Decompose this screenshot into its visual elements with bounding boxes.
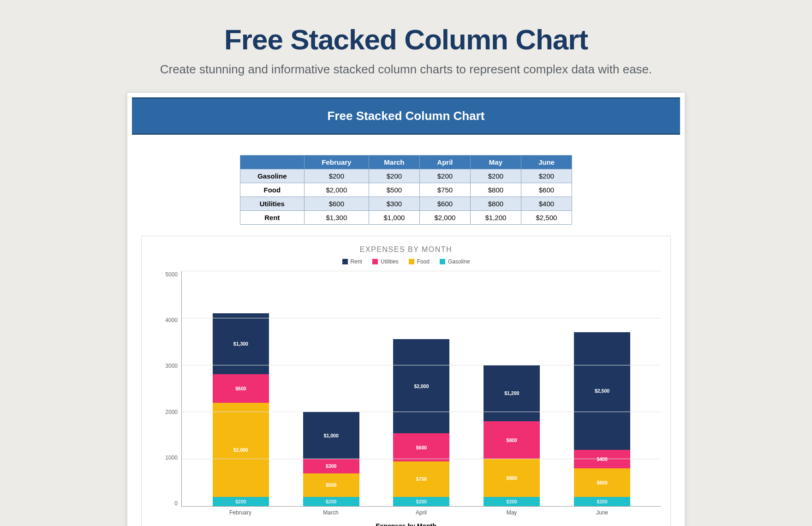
gridline <box>182 318 661 318</box>
bar-segment-utilities: $800 <box>484 421 540 459</box>
gridline <box>182 365 661 365</box>
xtick: February <box>212 509 269 516</box>
legend-swatch <box>409 259 414 264</box>
chart-plot: 500040003000200010000 $200$2,000$600$1,3… <box>151 271 661 507</box>
table-row-header: Utilities <box>240 197 304 211</box>
bar-segment-food: $750 <box>393 461 449 497</box>
legend-item: Rent <box>342 258 362 265</box>
table-cell: $800 <box>470 197 521 211</box>
table-cell: $200 <box>304 169 369 183</box>
gridline <box>182 459 661 459</box>
table-cell: $600 <box>304 197 369 211</box>
ytick: 1000 <box>165 454 178 461</box>
gridline <box>182 412 661 412</box>
ytick: 2000 <box>165 409 178 415</box>
table-row-header: Food <box>240 183 304 197</box>
table-cell: $200 <box>470 169 521 183</box>
bar-segment-gasoline: $200 <box>393 497 449 506</box>
xtick: April <box>393 509 449 516</box>
bar-segment-food: $800 <box>484 459 540 497</box>
table-cell: $300 <box>369 197 419 211</box>
gridline <box>182 271 661 271</box>
table-cell: $2,500 <box>521 211 572 225</box>
table-corner <box>240 155 304 169</box>
bar-segment-food: $500 <box>303 473 359 497</box>
bar-segment-rent: $2,000 <box>393 339 449 433</box>
bar-segment-utilities: $600 <box>393 433 449 461</box>
hero-subtitle: Create stunning and informative stacked … <box>160 62 652 77</box>
ytick: 0 <box>174 500 178 507</box>
table-col-header: February <box>304 155 369 169</box>
table-cell: $600 <box>521 183 572 197</box>
bar-segment-rent: $1,000 <box>303 412 359 459</box>
table-cell: $200 <box>369 169 419 183</box>
table-cell: $800 <box>470 183 521 197</box>
bar-segment-gasoline: $200 <box>574 497 630 506</box>
xtick: June <box>574 509 630 516</box>
table-cell: $500 <box>369 183 419 197</box>
bar-column: $200$800$800$1,200 <box>484 365 540 506</box>
chart-box: EXPENSES BY MONTH RentUtilitiesFoodGasol… <box>141 236 671 526</box>
table-cell: $2,000 <box>419 211 470 225</box>
legend-item: Utilities <box>372 258 399 265</box>
chart-yaxis: 500040003000200010000 <box>151 271 181 507</box>
bar-segment-food: $2,000 <box>213 403 269 497</box>
hero-title: Free Stacked Column Chart <box>224 23 588 56</box>
chart-bars: $200$2,000$600$1,300$200$500$300$1,000$2… <box>182 271 661 506</box>
table-cell: $400 <box>521 197 572 211</box>
legend-swatch <box>342 259 348 264</box>
ytick: 3000 <box>165 363 178 369</box>
table-row-header: Gasoline <box>240 169 304 183</box>
table-cell: $1,200 <box>470 211 521 225</box>
table-cell: $2,000 <box>304 183 369 197</box>
bar-column: $200$750$600$2,000 <box>393 339 449 506</box>
table-row: Food$2,000$500$750$800$600 <box>240 183 572 197</box>
bar-segment-gasoline: $200 <box>484 497 540 506</box>
legend-swatch <box>440 259 445 264</box>
table-col-header: June <box>521 155 572 169</box>
bar-column: $200$2,000$600$1,300 <box>213 313 269 506</box>
bar-segment-rent: $2,500 <box>574 332 630 450</box>
chart-title: EXPENSES BY MONTH <box>151 245 661 254</box>
data-table: FebruaryMarchAprilMayJuneGasoline$200$20… <box>240 155 572 225</box>
bar-segment-gasoline: $200 <box>213 497 269 506</box>
table-col-header: May <box>470 155 521 169</box>
bar-segment-gasoline: $200 <box>303 497 359 506</box>
chart-grid: $200$2,000$600$1,300$200$500$300$1,000$2… <box>181 271 661 507</box>
legend-item: Gasoline <box>440 258 470 265</box>
chart-xlabel: Expenses by Month <box>151 522 661 526</box>
template-card: Free Stacked Column Chart FebruaryMarchA… <box>127 92 685 526</box>
xtick: May <box>484 509 540 516</box>
bar-segment-rent: $1,200 <box>484 365 540 421</box>
table-cell: $1,300 <box>304 211 369 225</box>
chart-legend: RentUtilitiesFoodGasoline <box>151 258 661 265</box>
ytick: 4000 <box>165 317 178 323</box>
page: Free Stacked Column Chart Create stunnin… <box>0 0 812 526</box>
ytick: 5000 <box>165 271 178 278</box>
bar-segment-utilities: $300 <box>303 459 359 473</box>
bar-segment-food: $600 <box>574 468 630 496</box>
legend-swatch <box>372 259 378 264</box>
table-cell: $1,000 <box>369 211 419 225</box>
table-cell: $200 <box>521 169 572 183</box>
table-col-header: March <box>369 155 419 169</box>
table-cell: $750 <box>419 183 470 197</box>
table-row: Gasoline$200$200$200$200$200 <box>240 169 572 183</box>
xtick: March <box>303 509 359 516</box>
legend-item: Food <box>409 258 430 265</box>
table-col-header: April <box>419 155 470 169</box>
chart-xaxis: FebruaryMarchAprilMayJune <box>181 507 661 516</box>
table-cell: $200 <box>419 169 470 183</box>
bar-column: $200$600$400$2,500 <box>574 332 630 506</box>
table-row: Rent$1,300$1,000$2,000$1,200$2,500 <box>240 211 572 225</box>
data-table-wrap: FebruaryMarchAprilMayJuneGasoline$200$20… <box>132 155 680 225</box>
table-cell: $600 <box>419 197 470 211</box>
card-banner: Free Stacked Column Chart <box>132 97 680 135</box>
bar-segment-utilities: $600 <box>213 374 269 402</box>
table-row: Utilities$600$300$600$800$400 <box>240 197 572 211</box>
table-row-header: Rent <box>240 211 304 225</box>
